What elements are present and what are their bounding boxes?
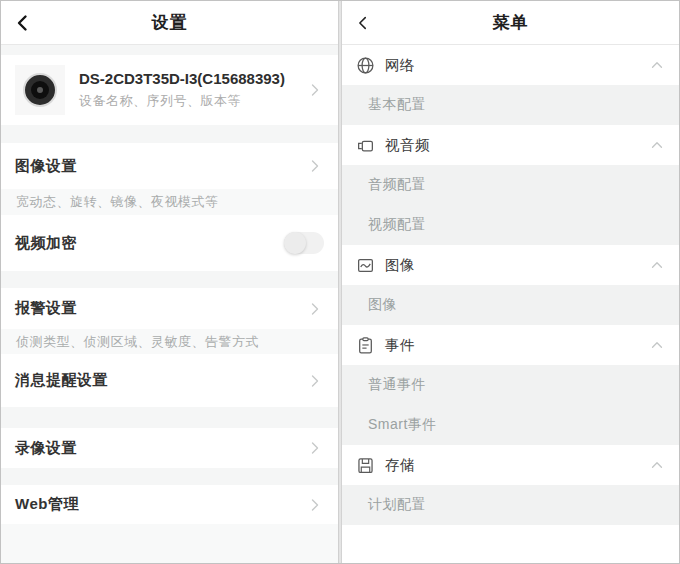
device-description: 设备名称、序列号、版本等	[79, 92, 285, 110]
picture-icon	[356, 256, 375, 275]
chevron-right-icon	[306, 439, 324, 457]
settings-item-label: Web管理	[15, 495, 79, 514]
settings-item-label: 图像设置	[15, 157, 77, 176]
back-button[interactable]	[13, 1, 43, 45]
globe-icon	[356, 56, 375, 75]
page-title: 设置	[152, 11, 188, 34]
settings-screen: 设置 DS-2CD3T35D-I3(C15688393) 设备名称、序列号、版本…	[1, 1, 338, 563]
settings-item-image[interactable]: 图像设置	[1, 143, 338, 189]
separator-band	[1, 125, 338, 143]
settings-item-label: 报警设置	[15, 299, 77, 318]
settings-item-description: 宽动态、旋转、镜像、夜视模式等	[1, 189, 338, 215]
menu-item-audio-config[interactable]: 音频配置	[342, 165, 679, 205]
chevron-up-icon	[649, 57, 665, 73]
camera-lens-icon	[15, 65, 65, 115]
settings-item-message-notify[interactable]: 消息提醒设置	[1, 354, 338, 407]
chevron-left-icon	[354, 14, 372, 32]
menu-section-label: 事件	[385, 336, 415, 355]
separator-band	[1, 271, 338, 288]
menu-item-schedule-config[interactable]: 计划配置	[342, 485, 679, 525]
chevron-right-icon	[306, 300, 324, 318]
floppy-icon	[356, 456, 375, 475]
settings-item-label: 录像设置	[15, 439, 77, 458]
settings-item-label: 视频加密	[15, 234, 77, 253]
menu-screen: 菜单 网络 基本配置	[342, 1, 679, 563]
camcorder-icon	[356, 136, 375, 155]
device-info-row[interactable]: DS-2CD3T35D-I3(C15688393) 设备名称、序列号、版本等	[1, 55, 338, 125]
separator-band	[1, 45, 338, 55]
toggle-knob	[284, 232, 306, 254]
separator-band	[1, 407, 338, 428]
chevron-up-icon	[649, 137, 665, 153]
settings-item-web-manage[interactable]: Web管理	[1, 485, 338, 524]
settings-header: 设置	[1, 1, 338, 45]
separator-band	[1, 468, 338, 485]
screenshot-frame: 设置 DS-2CD3T35D-I3(C15688393) 设备名称、序列号、版本…	[0, 0, 680, 564]
menu-header: 菜单	[342, 1, 679, 45]
menu-section-label: 图像	[385, 256, 415, 275]
settings-item-video-encryption[interactable]: 视频加密	[1, 215, 338, 271]
chevron-right-icon	[306, 81, 324, 99]
menu-item-normal-event[interactable]: 普通事件	[342, 365, 679, 405]
chevron-up-icon	[649, 457, 665, 473]
chevron-right-icon	[306, 496, 324, 514]
chevron-up-icon	[649, 337, 665, 353]
menu-item-video-config[interactable]: 视频配置	[342, 205, 679, 245]
bottom-filler	[342, 525, 679, 563]
menu-section-network[interactable]: 网络	[342, 45, 679, 85]
bottom-filler	[1, 524, 338, 563]
page-title: 菜单	[493, 11, 529, 34]
settings-item-recording[interactable]: 录像设置	[1, 428, 338, 468]
menu-section-storage[interactable]: 存储	[342, 445, 679, 485]
video-encryption-toggle[interactable]	[284, 232, 324, 254]
chevron-left-icon	[13, 13, 33, 33]
menu-section-label: 存储	[385, 456, 415, 475]
back-button[interactable]	[354, 1, 384, 45]
menu-section-label: 网络	[385, 56, 415, 75]
chevron-right-icon	[306, 157, 324, 175]
device-name: DS-2CD3T35D-I3(C15688393)	[79, 70, 285, 87]
menu-section-av[interactable]: 视音频	[342, 125, 679, 165]
menu-section-label: 视音频	[385, 136, 430, 155]
menu-section-image[interactable]: 图像	[342, 245, 679, 285]
settings-item-description: 侦测类型、侦测区域、灵敏度、告警方式	[1, 329, 338, 354]
menu-section-event[interactable]: 事件	[342, 325, 679, 365]
settings-item-alarm[interactable]: 报警设置	[1, 288, 338, 329]
clipboard-icon	[356, 336, 375, 355]
chevron-up-icon	[649, 257, 665, 273]
menu-item-smart-event[interactable]: Smart事件	[342, 405, 679, 445]
chevron-right-icon	[306, 372, 324, 390]
menu-item-basic-config[interactable]: 基本配置	[342, 85, 679, 125]
menu-item-image[interactable]: 图像	[342, 285, 679, 325]
settings-item-label: 消息提醒设置	[15, 371, 108, 390]
